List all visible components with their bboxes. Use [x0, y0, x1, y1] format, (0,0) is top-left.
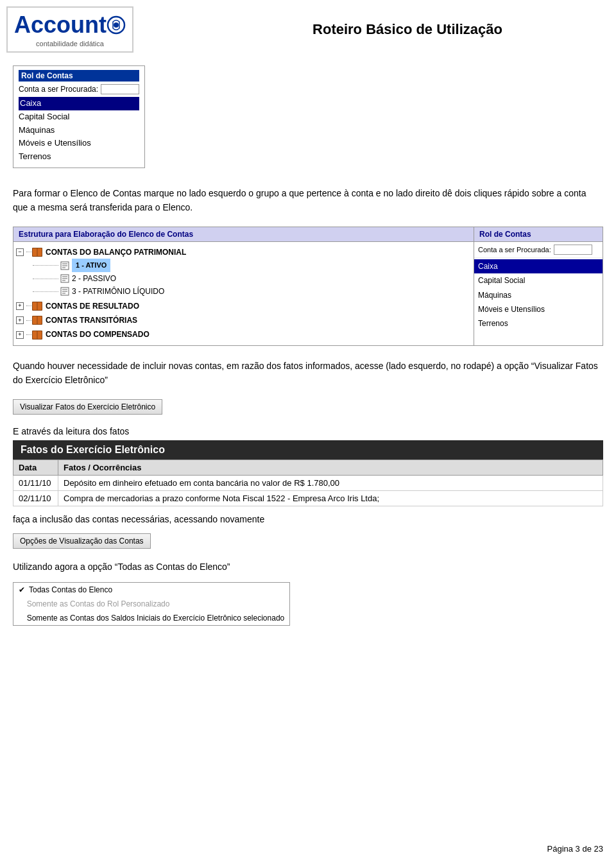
list-item-maquinas[interactable]: Máquinas: [19, 124, 139, 137]
fatos-desc-1: Depósito em dinheiro efetuado em conta b…: [58, 475, 603, 490]
tree-label-transitorias: CONTAS TRANSITÓRIAS: [46, 314, 137, 327]
list-item-capital[interactable]: Capital Social: [19, 110, 139, 124]
first-section: Rol de Contas Conta a ser Procurada: Cai…: [0, 59, 616, 175]
logo-content: Account contabilidade didática: [14, 12, 126, 47]
rol-panel-title: Rol de Contas: [474, 227, 603, 242]
expand-balanco[interactable]: −: [16, 248, 24, 256]
rol-item-caixa[interactable]: Caixa: [474, 259, 603, 273]
book-icon-balanco: [31, 247, 43, 257]
expand-transitorias[interactable]: +: [16, 316, 24, 324]
btn-visualizar-section: Visualizar Fatos do Exercício Eletrônico: [0, 394, 616, 424]
conta-input-small[interactable]: [101, 84, 139, 94]
rol-item-terrenos[interactable]: Terrenos: [474, 316, 603, 331]
fatos-desc-2: Compra de mercadorias a prazo conforme N…: [58, 490, 603, 506]
tree-item-transitorias: + CONTAS TRANSITÓRIAS: [16, 314, 471, 327]
paragraph1: Para formar o Elenco de Contas marque no…: [0, 175, 616, 227]
header: Account contabilidade didática Roteiro B…: [0, 0, 616, 59]
tree-area: − CONTAS DO BALANÇO PATRIMONIAL: [13, 242, 474, 345]
list-item-moveis[interactable]: Móveis e Utensílios: [19, 137, 139, 150]
logo-text: Account: [14, 12, 107, 39]
rol-search-input[interactable]: [554, 245, 592, 255]
tree-item-balanco: − CONTAS DO BALANÇO PATRIMONIAL: [16, 246, 471, 259]
rol-panel: Rol de Contas Conta a ser Procurada: Cai…: [474, 227, 603, 345]
fatos-date-2: 02/11/10: [13, 490, 58, 506]
menu-options-box: ✔ Todas Contas do Elenco Somente as Cont…: [13, 582, 290, 626]
utilizando-section: Utilizando agora a opção “Todas as Conta…: [0, 558, 616, 576]
doc-icon-ativo: [60, 261, 69, 270]
rol-list: Caixa Capital Social Máquinas Móveis e U…: [474, 258, 603, 332]
expand-compensado[interactable]: +: [16, 331, 24, 339]
fatos-row-2: 02/11/10 Compra de mercadorias a prazo c…: [13, 490, 603, 506]
patrimonio-text: 3 - PATRIMÔNIO LÍQUIDO: [72, 285, 164, 298]
menu-option-saldos[interactable]: Somente as Contas dos Saldos Iniciais do…: [13, 611, 289, 625]
fatos-date-1: 01/11/10: [13, 475, 58, 490]
list-item-terrenos[interactable]: Terrenos: [19, 150, 139, 164]
tree-item-patrimonio[interactable]: 3 - PATRIMÔNIO LÍQUIDO: [16, 285, 471, 298]
rol-conta-label: Conta a ser Procurada:: [478, 246, 551, 254]
rol-list-small: Caixa Capital Social Máquinas Móveis e U…: [19, 97, 139, 164]
fatos-section: Fatos do Exercício Eletrônico Data Fatos…: [0, 440, 616, 506]
menu-option-rol-label: Somente as Contas do Rol Personalizado: [27, 599, 170, 608]
checkmark-rol: [19, 599, 23, 608]
tree-item-passivo[interactable]: 2 - PASSIVO: [16, 272, 471, 285]
tree-item-ativo[interactable]: 1 - ATIVO: [16, 259, 471, 272]
estrutura-title: Estrutura para Elaboração do Elenco de C…: [13, 227, 474, 242]
page-footer: Página 3 de 23: [547, 844, 603, 854]
btn-opcoes[interactable]: Opções de Visualização das Contas: [13, 533, 151, 549]
logo-area: Account contabilidade didática: [6, 6, 212, 53]
conta-label: Conta a ser Procurada:: [19, 85, 98, 94]
checkmark-saldos: [19, 614, 23, 623]
ativo-badge: 1 - ATIVO: [72, 259, 110, 272]
logo-subtitle: contabilidade didática: [14, 40, 126, 47]
quando-section: Quando houver necessidade de incluir nov…: [0, 352, 616, 394]
page-title: Roteiro Básico de Utilização: [212, 21, 603, 38]
tree-item-compensado: + CONTAS DO COMPENSADO: [16, 328, 471, 341]
rol-box-small: Rol de Contas Conta a ser Procurada: Cai…: [13, 65, 145, 168]
fatos-title: Fatos do Exercício Eletrônico: [13, 440, 603, 460]
tree-label-balanco: CONTAS DO BALANÇO PATRIMONIAL: [46, 246, 186, 259]
logo-box: Account contabilidade didática: [6, 6, 133, 53]
book-icon-transitorias: [31, 315, 43, 325]
passivo-text: 2 - PASSIVO: [72, 272, 116, 285]
opcoes-section: Opções de Visualização das Contas: [0, 528, 616, 558]
two-panel-container: Estrutura para Elaboração do Elenco de C…: [13, 227, 603, 346]
checkmark-todas: ✔: [19, 585, 25, 594]
faca-section: faça a inclusão das contas necessárias, …: [0, 506, 616, 528]
conta-label-row: Conta a ser Procurada:: [19, 84, 139, 94]
menu-option-rol[interactable]: Somente as Contas do Rol Personalizado: [13, 597, 289, 611]
logo-icon: [107, 15, 126, 35]
atraves-section: E através da leitura dos fatos: [0, 424, 616, 440]
btn-visualizar[interactable]: Visualizar Fatos do Exercício Eletrônico: [13, 399, 162, 415]
menu-option-todas[interactable]: ✔ Todas Contas do Elenco: [13, 583, 289, 597]
doc-icon-passivo: [60, 274, 69, 283]
menu-option-todas-label: Todas Contas do Elenco: [29, 585, 112, 594]
rol-item-capital[interactable]: Capital Social: [474, 273, 603, 288]
rol-search-row: Conta a ser Procurada:: [474, 242, 603, 258]
book-icon-compensado: [31, 330, 43, 340]
doc-icon-patrimonio: [60, 287, 69, 296]
rol-item-moveis[interactable]: Móveis e Utensílios: [474, 302, 603, 316]
fatos-row-1: 01/11/10 Depósito em dinheiro efetuado e…: [13, 475, 603, 490]
list-item-caixa[interactable]: Caixa: [19, 97, 139, 110]
tree-item-resultado: + CONTAS DE RESULTADO: [16, 300, 471, 313]
menu-options-container: ✔ Todas Contas do Elenco Somente as Cont…: [0, 576, 616, 639]
rol-item-maquinas[interactable]: Máquinas: [474, 288, 603, 302]
fatos-header-fatos: Fatos / Ocorrências: [58, 460, 603, 475]
estrutura-panel: Estrutura para Elaboração do Elenco de C…: [13, 227, 474, 345]
two-panel-section: Estrutura para Elaboração do Elenco de C…: [0, 227, 616, 346]
fatos-header-data: Data: [13, 460, 58, 475]
svg-point-1: [114, 22, 119, 28]
menu-option-saldos-label: Somente as Contas dos Saldos Iniciais do…: [27, 614, 285, 623]
tree-label-compensado: CONTAS DO COMPENSADO: [46, 328, 150, 341]
fatos-table: Data Fatos / Ocorrências 01/11/10 Depósi…: [13, 460, 603, 506]
rol-box-small-title: Rol de Contas: [19, 70, 139, 82]
tree-label-resultado: CONTAS DE RESULTADO: [46, 300, 139, 313]
book-icon-resultado: [31, 301, 43, 311]
expand-resultado[interactable]: +: [16, 302, 24, 310]
